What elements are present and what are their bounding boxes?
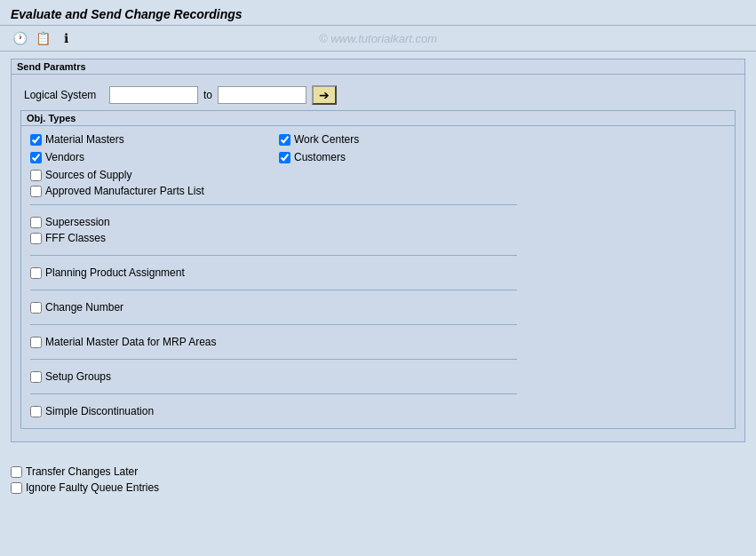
logical-system-to-input[interactable] (218, 86, 306, 104)
group3-section: Planning Product Assignment (30, 261, 726, 284)
sources-of-supply-checkbox[interactable] (30, 170, 42, 181)
obj-types-section: Obj. Types Material Masters Work Centers (20, 110, 736, 429)
supersession-checkbox[interactable] (30, 217, 42, 228)
checkbox-material-master-mrp[interactable]: Material Master Data for MRP Areas (30, 334, 726, 350)
change-number-checkbox[interactable] (30, 302, 42, 314)
divider-4 (30, 324, 517, 325)
send-params-legend: Send Paramtrs (12, 60, 744, 75)
checkbox-material-masters[interactable]: Material Masters (30, 131, 279, 147)
planning-product-checkbox[interactable] (30, 267, 42, 279)
checkbox-ignore-faulty-queue[interactable]: Ignore Faulty Queue Entries (11, 480, 745, 496)
logical-system-from-input[interactable] (109, 86, 198, 104)
checkbox-approved-mfg-parts[interactable]: Approved Manufacturer Parts List (30, 183, 726, 199)
change-number-label: Change Number (45, 301, 123, 314)
transfer-changes-later-label: Transfer Changes Later (26, 465, 138, 478)
divider-1 (30, 204, 517, 205)
main-content: Send Paramtrs Logical System to ➔ Obj. T… (0, 52, 756, 457)
group2-section: Supersession FFF Classes (30, 210, 726, 250)
obj-types-content: Material Masters Work Centers Vendors (21, 126, 735, 428)
checkbox-planning-product[interactable]: Planning Product Assignment (30, 265, 726, 281)
send-params-row: Logical System to ➔ (20, 80, 736, 110)
checkbox-vendors[interactable]: Vendors (30, 149, 279, 165)
material-master-mrp-label: Material Master Data for MRP Areas (45, 336, 217, 348)
logical-system-label: Logical System (24, 89, 104, 101)
setup-groups-label: Setup Groups (45, 370, 111, 383)
work-centers-label: Work Centers (294, 133, 359, 146)
to-label: to (203, 89, 212, 101)
group7-section: Simple Discontinuation (30, 400, 726, 423)
checkbox-supersession[interactable]: Supersession (30, 214, 726, 230)
vendors-label: Vendors (45, 151, 84, 163)
customers-label: Customers (294, 151, 346, 163)
divider-6 (30, 393, 517, 394)
toolbar: 🕐 📋 ℹ © www.tutorialkart.com (0, 26, 756, 52)
checkbox-setup-groups[interactable]: Setup Groups (30, 369, 726, 385)
material-masters-label: Material Masters (45, 133, 124, 146)
page-title: Evaluate and Send Change Recordings (11, 7, 745, 21)
customers-checkbox[interactable] (279, 152, 290, 163)
group6-section: Setup Groups (30, 365, 726, 388)
sources-of-supply-label: Sources of Supply (45, 169, 131, 181)
approved-mfg-parts-checkbox[interactable] (30, 186, 42, 197)
send-params-section: Send Paramtrs Logical System to ➔ Obj. T… (11, 59, 745, 442)
checkbox-sources-of-supply[interactable]: Sources of Supply (30, 167, 726, 183)
clock-icon[interactable]: 🕐 (11, 29, 28, 47)
group4-section: Change Number (30, 296, 726, 319)
ignore-faulty-queue-checkbox[interactable] (11, 482, 22, 494)
info-icon[interactable]: ℹ (57, 29, 75, 47)
divider-5 (30, 359, 517, 360)
bottom-checkboxes-section: Transfer Changes Later Ignore Faulty Que… (0, 457, 756, 503)
copy-icon[interactable]: 📋 (34, 29, 52, 47)
material-masters-checkbox[interactable] (30, 134, 42, 146)
checkbox-customers[interactable]: Customers (279, 149, 726, 165)
simple-discontinuation-checkbox[interactable] (30, 406, 42, 417)
vendors-checkbox[interactable] (30, 152, 42, 163)
fff-classes-checkbox[interactable] (30, 233, 42, 244)
send-arrow-icon: ➔ (319, 88, 330, 102)
work-centers-checkbox[interactable] (279, 134, 290, 146)
supersession-label: Supersession (45, 216, 110, 228)
group5-section: Material Master Data for MRP Areas (30, 330, 726, 353)
obj-types-legend: Obj. Types (21, 111, 735, 126)
transfer-changes-later-checkbox[interactable] (11, 466, 22, 478)
simple-discontinuation-label: Simple Discontinuation (45, 405, 154, 417)
checkbox-work-centers[interactable]: Work Centers (279, 131, 726, 147)
watermark: © www.tutorialkart.com (319, 32, 437, 45)
setup-groups-checkbox[interactable] (30, 371, 42, 383)
divider-3 (30, 290, 517, 290)
checkbox-grid-row1: Material Masters Work Centers Vendors (30, 131, 726, 165)
checkbox-change-number[interactable]: Change Number (30, 299, 726, 315)
approved-mfg-parts-label: Approved Manufacturer Parts List (45, 185, 204, 197)
checkbox-fff-classes[interactable]: FFF Classes (30, 230, 726, 246)
title-bar: Evaluate and Send Change Recordings (0, 0, 756, 26)
checkbox-transfer-changes-later[interactable]: Transfer Changes Later (11, 464, 745, 480)
fff-classes-label: FFF Classes (45, 232, 106, 244)
material-master-mrp-checkbox[interactable] (30, 337, 42, 348)
planning-product-label: Planning Product Assignment (45, 266, 185, 279)
checkbox-simple-discontinuation[interactable]: Simple Discontinuation (30, 403, 726, 419)
send-button[interactable]: ➔ (312, 85, 337, 105)
ignore-faulty-queue-label: Ignore Faulty Queue Entries (26, 481, 159, 494)
divider-2 (30, 255, 517, 256)
